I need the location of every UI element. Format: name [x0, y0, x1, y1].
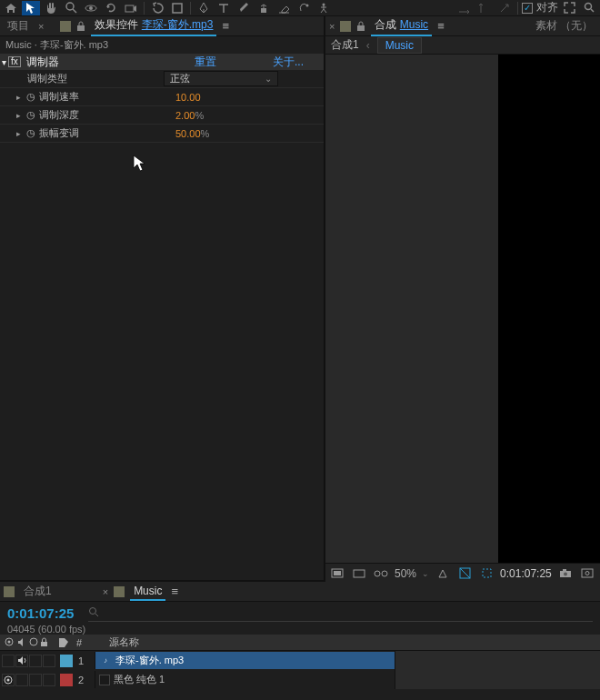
- tab-close-icon[interactable]: ×: [38, 21, 44, 32]
- layer-name-cell[interactable]: 黑色 纯色 1: [95, 671, 395, 688]
- resolution-icon[interactable]: [351, 566, 367, 581]
- stopwatch-icon[interactable]: ◷: [26, 91, 35, 103]
- current-timecode[interactable]: 0:01:07:25: [7, 605, 74, 621]
- anchor-tool[interactable]: [148, 1, 166, 15]
- audio-toggle[interactable]: [15, 674, 28, 686]
- clone-tool[interactable]: [255, 1, 273, 15]
- svg-rect-21: [483, 569, 491, 577]
- twirl-right-icon[interactable]: ▸: [16, 111, 21, 120]
- lock-header-icon[interactable]: [40, 637, 48, 647]
- source-name-header[interactable]: 源名称: [104, 635, 600, 649]
- svg-rect-25: [582, 569, 593, 577]
- effect-header[interactable]: ▾ fx 调制器 重置 关于...: [0, 54, 324, 70]
- snap-checkbox[interactable]: ✓ 对齐: [522, 0, 558, 15]
- zoom-dropdown[interactable]: 50%: [395, 567, 416, 580]
- stopwatch-icon[interactable]: ◷: [26, 109, 35, 121]
- zoom-tool[interactable]: [62, 1, 80, 15]
- svg-rect-23: [563, 569, 566, 571]
- prop-value[interactable]: 50.00%: [175, 128, 209, 139]
- hand-tool[interactable]: [42, 1, 60, 15]
- timeline-search-input[interactable]: [88, 604, 593, 622]
- label-header-icon[interactable]: [58, 637, 76, 648]
- twirl-down-icon[interactable]: ▾: [2, 57, 6, 67]
- viewer-area[interactable]: [325, 55, 600, 563]
- audio-toggle-header-icon[interactable]: [17, 637, 27, 647]
- svg-point-33: [30, 638, 37, 645]
- layer-index: 2: [75, 675, 87, 685]
- orbit-tool[interactable]: [82, 1, 100, 15]
- solo-toggle[interactable]: [29, 655, 42, 667]
- video-toggle[interactable]: [2, 655, 15, 667]
- breadcrumb-comp1[interactable]: 合成1: [331, 37, 359, 53]
- svg-rect-17: [354, 570, 365, 577]
- solo-toggle[interactable]: [29, 674, 42, 686]
- about-link[interactable]: 关于...: [273, 55, 304, 70]
- home-tool[interactable]: [2, 1, 20, 15]
- viewer-timecode[interactable]: 0:01:07:25: [500, 567, 552, 580]
- solo-header-icon[interactable]: [29, 637, 38, 647]
- rotate-tool[interactable]: [102, 1, 120, 15]
- audio-toggle[interactable]: [15, 655, 28, 667]
- video-toggle[interactable]: [2, 674, 15, 686]
- axis-y-icon[interactable]: [475, 1, 494, 15]
- lock-icon[interactable]: [76, 21, 85, 32]
- lock-toggle[interactable]: [43, 674, 55, 686]
- axis-z-icon[interactable]: [495, 1, 514, 15]
- panel-menu-icon[interactable]: ≡: [222, 19, 229, 33]
- pen-tool[interactable]: [195, 1, 213, 15]
- toggle-transparency-icon[interactable]: [456, 566, 473, 581]
- eraser-tool[interactable]: [275, 1, 293, 15]
- brush-tool[interactable]: [235, 1, 253, 15]
- roto-tool[interactable]: [295, 1, 313, 15]
- svg-line-1: [73, 9, 76, 13]
- comp-breadcrumb: 合成1 ‹ Music: [325, 36, 600, 55]
- layer-bar-area[interactable]: [395, 670, 600, 689]
- tab-comp1[interactable]: 合成1: [20, 582, 55, 601]
- prop-label: 调制深度: [39, 108, 166, 122]
- lock-icon[interactable]: [356, 21, 365, 32]
- tab-footage[interactable]: 素材 （无）: [532, 16, 596, 35]
- selection-tool[interactable]: [22, 1, 40, 15]
- prop-value[interactable]: 2.00%: [175, 110, 204, 121]
- region-icon[interactable]: [478, 566, 495, 581]
- composition-canvas[interactable]: [498, 55, 600, 563]
- layer-bar-area[interactable]: [395, 651, 600, 670]
- layer-color-swatch[interactable]: [60, 674, 73, 686]
- layer-row-solid[interactable]: 2 黑色 纯色 1: [0, 670, 600, 689]
- layer-name-cell[interactable]: ♪ 李琛-窗外. mp3: [95, 652, 395, 669]
- svg-point-18: [375, 571, 380, 576]
- search-icon-tb[interactable]: [580, 1, 598, 15]
- panel-menu-icon[interactable]: ≡: [437, 19, 445, 33]
- fast-preview-icon[interactable]: [435, 566, 451, 581]
- show-snapshot-icon[interactable]: [579, 566, 595, 581]
- tab-composition[interactable]: 合成 Music: [371, 15, 432, 36]
- magnify-ratio-icon[interactable]: [329, 566, 345, 581]
- svg-rect-5: [173, 4, 182, 13]
- lock-toggle[interactable]: [43, 655, 55, 667]
- panel-menu-icon[interactable]: ≡: [171, 585, 178, 598]
- tab-effect-controls[interactable]: 效果控件 李琛-窗外.mp3: [91, 15, 216, 36]
- layer-row-audio[interactable]: 1 ♪ 李琛-窗外. mp3: [0, 651, 600, 670]
- twirl-right-icon[interactable]: ▸: [16, 129, 21, 138]
- breadcrumb-music[interactable]: Music: [377, 37, 422, 54]
- axis-x-icon[interactable]: [455, 1, 474, 15]
- tab-close-icon[interactable]: ×: [329, 21, 335, 32]
- fx-badge-icon[interactable]: fx: [8, 56, 21, 67]
- text-tool[interactable]: [215, 1, 233, 15]
- twirl-right-icon[interactable]: ▸: [16, 93, 21, 102]
- prop-value[interactable]: 10.00: [175, 92, 201, 103]
- tab-project[interactable]: 项目: [4, 16, 33, 35]
- video-toggle-header-icon[interactable]: [4, 637, 15, 647]
- tab-music[interactable]: Music: [130, 583, 165, 601]
- reset-link[interactable]: 重置: [195, 55, 216, 70]
- puppet-tool[interactable]: [315, 1, 333, 15]
- tab-close-icon[interactable]: ×: [103, 586, 108, 597]
- camera-tool[interactable]: [122, 1, 140, 15]
- modulation-type-dropdown[interactable]: 正弦 ⌄: [164, 71, 278, 86]
- goggles-icon[interactable]: [373, 566, 389, 581]
- layer-color-swatch[interactable]: [60, 655, 73, 667]
- snapshot-icon[interactable]: [557, 566, 574, 581]
- expand-icon[interactable]: [560, 1, 578, 15]
- stopwatch-icon[interactable]: ◷: [26, 127, 35, 139]
- rect-tool[interactable]: [168, 1, 186, 15]
